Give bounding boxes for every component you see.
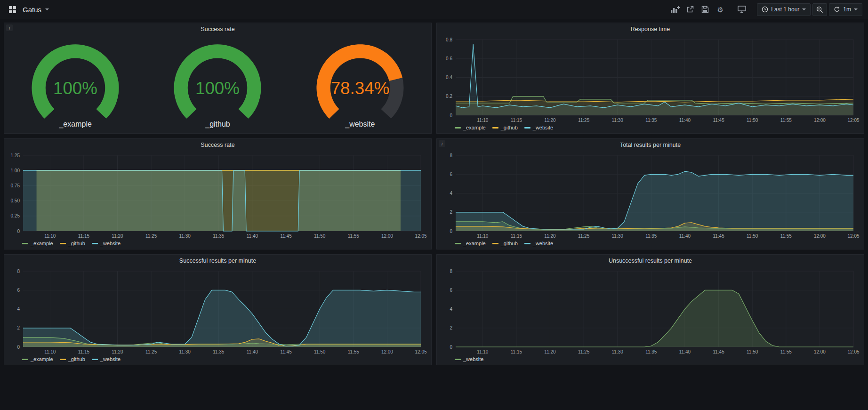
svg-text:11:15: 11:15 <box>78 349 90 354</box>
svg-text:12:05: 12:05 <box>847 233 859 239</box>
add-panel-button[interactable] <box>668 3 682 16</box>
zoom-out-button[interactable] <box>812 3 827 16</box>
svg-text:0.6: 0.6 <box>446 56 452 61</box>
chevron-down-icon[interactable] <box>45 8 49 10</box>
svg-text:0.4: 0.4 <box>446 75 452 80</box>
chart-legend: _example_github_website <box>439 240 862 249</box>
svg-text:11:55: 11:55 <box>780 233 792 239</box>
panel-body: 11:1011:1511:2011:2511:3011:3511:4011:45… <box>437 267 864 365</box>
response-time-chart[interactable]: 11:1011:1511:2011:2511:3011:3511:4011:45… <box>439 35 862 124</box>
chart-legend: _example_github_website <box>6 240 429 249</box>
panel-header[interactable]: Success rate <box>4 23 431 35</box>
legend-item-_website[interactable]: _website <box>92 241 121 246</box>
legend-item-_website[interactable]: _website <box>455 356 483 362</box>
chart-legend: _example_github_website <box>439 124 862 133</box>
legend-item-_website[interactable]: _website <box>92 356 121 362</box>
svg-text:78.34%: 78.34% <box>330 79 389 98</box>
svg-text:11:45: 11:45 <box>713 118 724 123</box>
svg-text:11:45: 11:45 <box>713 233 724 239</box>
settings-button[interactable]: ⚙ <box>714 3 727 16</box>
svg-text:11:25: 11:25 <box>578 118 590 123</box>
dashboard-title[interactable]: Gatus <box>23 6 41 14</box>
svg-text:4: 4 <box>17 306 20 312</box>
svg-text:0: 0 <box>450 345 452 350</box>
zoom-out-icon <box>816 6 823 13</box>
share-button[interactable] <box>683 3 697 16</box>
panel-header[interactable]: Response time <box>437 23 864 35</box>
legend-color-mark <box>455 127 461 129</box>
svg-text:12:00: 12:00 <box>381 349 393 354</box>
dashboard-grid-icon[interactable] <box>6 3 19 16</box>
legend-color-mark <box>92 243 98 244</box>
svg-text:11:35: 11:35 <box>213 233 225 239</box>
legend-item-_example[interactable]: _example <box>22 356 53 362</box>
svg-text:12:05: 12:05 <box>415 233 426 239</box>
chevron-down-icon <box>854 8 858 10</box>
cycle-view-button[interactable] <box>735 3 748 16</box>
unsuccessful-results-chart[interactable]: 11:1011:1511:2011:2511:3011:3511:4011:45… <box>439 267 862 355</box>
panel-header[interactable]: Success rate <box>4 139 431 151</box>
svg-text:6: 6 <box>450 172 452 177</box>
legend-color-mark <box>492 127 498 129</box>
legend-color-mark <box>455 243 461 244</box>
panel-title: Successful results per minute <box>179 257 256 264</box>
panel-info-icon[interactable]: i <box>439 140 445 147</box>
svg-text:8: 8 <box>450 269 452 274</box>
panel-header[interactable]: Total results per minute <box>437 139 864 151</box>
legend-item-_github[interactable]: _github <box>492 241 518 246</box>
gauge-_github: 100%_github <box>161 40 273 129</box>
chart-svg: 11:1011:1511:2011:2511:3011:3511:4011:45… <box>439 151 862 240</box>
legend-color-mark <box>60 243 66 244</box>
gauge-_website: 78.34%_website <box>304 40 416 129</box>
svg-text:11:25: 11:25 <box>145 349 157 354</box>
legend-color-mark <box>455 359 461 360</box>
refresh-interval-label: 1m <box>843 6 851 13</box>
legend-color-mark <box>492 243 498 244</box>
panel-header[interactable]: Unsuccessful results per minute <box>437 255 864 267</box>
svg-text:11:30: 11:30 <box>612 349 624 354</box>
chart-svg: 11:1011:1511:2011:2511:3011:3511:4011:45… <box>439 267 862 355</box>
save-button[interactable] <box>699 3 712 16</box>
dashboard-grid: i Success rate 100%_example100%_github78… <box>0 19 868 369</box>
svg-text:12:05: 12:05 <box>415 349 426 354</box>
svg-text:0.75: 0.75 <box>11 183 20 188</box>
svg-text:11:20: 11:20 <box>112 349 123 354</box>
legend-item-_website[interactable]: _website <box>524 125 553 130</box>
legend-item-_example[interactable]: _example <box>455 241 486 246</box>
svg-text:12:00: 12:00 <box>814 349 826 354</box>
gauge-arc: 100% <box>19 40 131 127</box>
legend-item-_github[interactable]: _github <box>60 356 85 362</box>
panel-title: Response time <box>631 26 670 32</box>
legend-item-_example[interactable]: _example <box>22 241 53 246</box>
legend-color-mark <box>60 359 66 360</box>
svg-text:1.00: 1.00 <box>11 168 20 173</box>
legend-item-_website[interactable]: _website <box>524 241 553 246</box>
success-rate-chart[interactable]: 11:1011:1511:2011:2511:3011:3511:4011:45… <box>6 151 429 240</box>
panel-info-icon[interactable]: i <box>6 24 13 31</box>
panel-total-results: i Total results per minute 11:1011:1511:… <box>436 138 864 249</box>
refresh-button[interactable]: 1m <box>829 3 862 16</box>
clock-icon <box>762 6 768 13</box>
chart-svg: 11:1011:1511:2011:2511:3011:3511:4011:45… <box>6 267 429 355</box>
svg-text:11:45: 11:45 <box>280 349 292 354</box>
gauge-_example: 100%_example <box>19 40 131 129</box>
svg-text:100%: 100% <box>195 79 240 98</box>
legend-item-_example[interactable]: _example <box>455 125 486 130</box>
total-results-chart[interactable]: 11:1011:1511:2011:2511:3011:3511:4011:45… <box>439 151 862 240</box>
successful-results-chart[interactable]: 11:1011:1511:2011:2511:3011:3511:4011:45… <box>6 267 429 355</box>
gauge-label: _example <box>59 120 91 129</box>
legend-item-_github[interactable]: _github <box>60 241 85 246</box>
gauges-container: 100%_example100%_github78.34%_website <box>4 35 431 133</box>
panel-title: Success rate <box>201 142 234 148</box>
legend-color-mark <box>524 127 530 129</box>
gauge-arc: 78.34% <box>304 40 416 127</box>
legend-item-_github[interactable]: _github <box>492 125 518 130</box>
svg-text:11:50: 11:50 <box>747 349 758 354</box>
svg-text:11:30: 11:30 <box>179 349 191 354</box>
time-range-picker[interactable]: Last 1 hour <box>757 3 811 16</box>
svg-text:11:15: 11:15 <box>511 118 522 123</box>
grid-squares-icon <box>8 6 16 14</box>
svg-text:11:50: 11:50 <box>747 233 758 239</box>
panel-header[interactable]: Successful results per minute <box>4 255 431 267</box>
svg-text:11:30: 11:30 <box>179 233 191 239</box>
